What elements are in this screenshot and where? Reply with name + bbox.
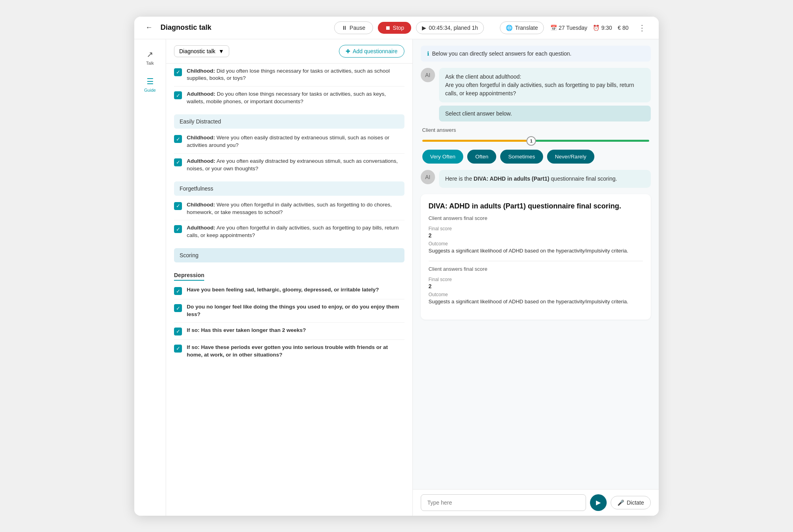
avatar-scoring: AI — [421, 170, 435, 184]
question-text-9: If so: Has this ever taken longer than 2… — [187, 327, 306, 334]
checkbox-10[interactable] — [174, 345, 182, 353]
calendar-icon: 📅 — [550, 25, 557, 31]
answer-often[interactable]: Often — [467, 150, 496, 164]
section-header-easily-distracted: Easily Distracted — [174, 114, 404, 129]
scoring-subtitle-1: Client answers final score — [429, 215, 643, 221]
progress-marker: 1 — [526, 136, 536, 146]
client-answers-section: Client answers 1 Very Often Often Someti… — [421, 127, 651, 164]
chat-bubble: Ask the client about adulthood:Are you o… — [439, 68, 651, 102]
outcome-label-2: Outcome — [429, 292, 643, 297]
score-value-1: 2 — [429, 232, 643, 239]
left-panel: Diagnostic talk ▼ ✚ Add questionnaire Ch… — [166, 39, 413, 516]
avatar-scoring-initials: AI — [425, 174, 430, 180]
question-item: Childhood: Were you often easily distrac… — [174, 130, 404, 154]
stop-button[interactable]: ⏹ Stop — [378, 22, 412, 34]
avatar-initials: AI — [425, 72, 430, 78]
checkbox-6[interactable] — [174, 225, 182, 233]
stop-icon: ⏹ — [385, 25, 391, 31]
chat-bubble-text: Ask the client about adulthood:Are you o… — [445, 73, 634, 96]
scoring-card: DIVA: ADHD in adults (Part1) questionnai… — [421, 194, 651, 320]
question-text-4: Adulthood: Are you often easily distract… — [187, 158, 404, 173]
time-display: ⏰ 9:30 — [593, 25, 612, 31]
checkbox-8[interactable] — [174, 304, 182, 312]
timer-badge: ▶ 00:45:34, planed 1h — [416, 21, 484, 34]
page-title: Diagnostic talk — [161, 23, 211, 32]
translate-button[interactable]: 🌐 Translate — [500, 21, 544, 34]
question-text-7: Have you been feeling sad, lethargic, gl… — [187, 286, 379, 294]
pause-button[interactable]: ⏸ Pause — [334, 21, 373, 34]
score-block-1: Final score 2 Outcome Suggests a signifi… — [429, 226, 643, 254]
translate-icon: 🌐 — [506, 25, 513, 31]
outcome-text-1: Suggests a significant likelihood of ADH… — [429, 247, 643, 254]
question-item: Adulthood: Are you often easily distract… — [174, 154, 404, 177]
question-item: Childhood: Did you often lose things nec… — [174, 64, 404, 87]
question-text-8: Do you no longer feel like doing the thi… — [187, 303, 404, 318]
clock-icon: ⏰ — [593, 25, 600, 31]
checkbox-4[interactable] — [174, 158, 182, 166]
answer-buttons: Very Often Often Sometimes Never/Rarely — [422, 150, 650, 164]
left-panel-header: Diagnostic talk ▼ ✚ Add questionnaire — [166, 39, 412, 64]
section-block-3: Forgetfulness Childhood: Were you often … — [174, 181, 404, 244]
scoring-chat-bubble: Here is the DIVA: ADHD in adults (Part1)… — [439, 170, 651, 188]
chevron-down-icon: ▼ — [219, 48, 224, 54]
score-block-2: Final score 2 Outcome Suggests a signifi… — [429, 277, 643, 305]
send-icon: ▶ — [596, 499, 601, 506]
play-icon: ▶ — [422, 25, 426, 31]
euro-icon: € — [618, 25, 621, 31]
type-input[interactable] — [421, 494, 586, 511]
scoring-title: DIVA: ADHD in adults (Part1) questionnai… — [429, 202, 643, 210]
send-button[interactable]: ▶ — [590, 494, 607, 511]
section-header-forgetfulness: Forgetfulness — [174, 181, 404, 196]
header: ← Diagnostic talk ⏸ Pause ⏹ Stop ▶ 00:45… — [134, 17, 659, 39]
question-text-6: Adulthood: Are you often forgetful in da… — [187, 224, 404, 239]
left-panel-content: Childhood: Did you often lose things nec… — [166, 64, 412, 516]
question-item: If so: Has this ever taken longer than 2… — [174, 323, 404, 340]
question-text-3: Childhood: Were you often easily distrac… — [187, 134, 404, 149]
question-item: If so: Have these periods ever gotten yo… — [174, 340, 404, 363]
score-value-2: 2 — [429, 283, 643, 289]
date-display: 📅 27 Tuesday — [550, 25, 587, 31]
answer-never-rarely[interactable]: Never/Rarely — [547, 150, 594, 164]
pause-icon: ⏸ — [342, 25, 347, 31]
checkbox-7[interactable] — [174, 287, 182, 295]
right-panel: ℹ Below you can directly select answers … — [413, 39, 659, 516]
header-right: 🌐 Translate 📅 27 Tuesday ⏰ 9:30 € 80 ⋮ — [500, 21, 649, 34]
dropdown-select[interactable]: Diagnostic talk ▼ — [174, 45, 229, 57]
header-meta: 📅 27 Tuesday ⏰ 9:30 € 80 — [550, 25, 629, 31]
section-block-depression: Depression Have you been feeling sad, le… — [174, 264, 404, 363]
main-layout: ↗ Talk ☰ Guide Diagnostic talk ▼ ✚ Add q… — [134, 39, 659, 516]
chat-bubble-wrapper: AI Ask the client about adulthood:Are yo… — [421, 68, 651, 121]
answer-very-often[interactable]: Very Often — [422, 150, 464, 164]
section-block-1: Childhood: Did you often lose things nec… — [174, 64, 404, 110]
question-item: Adulthood: Do you often lose things nece… — [174, 87, 404, 110]
question-item: Have you been feeling sad, lethargic, gl… — [174, 282, 404, 299]
score-label-1: Final score — [429, 226, 643, 231]
checkbox-9[interactable] — [174, 328, 182, 335]
sidebar: ↗ Talk ☰ Guide — [134, 39, 166, 516]
avatar: AI — [421, 68, 435, 82]
progress-green — [536, 140, 649, 142]
more-button[interactable]: ⋮ — [635, 21, 649, 34]
outcome-label-1: Outcome — [429, 241, 643, 247]
answer-sometimes[interactable]: Sometimes — [500, 150, 543, 164]
sub-section-depression: Depression — [174, 267, 204, 281]
sidebar-item-guide[interactable]: ☰ Guide — [134, 73, 166, 96]
talk-icon: ↗ — [147, 50, 153, 59]
sidebar-item-talk[interactable]: ↗ Talk — [134, 46, 166, 69]
question-text-5: Childhood: Were you often forgetful in d… — [187, 201, 404, 216]
info-banner: ℹ Below you can directly select answers … — [421, 46, 651, 62]
checkbox-3[interactable] — [174, 135, 182, 143]
checkbox-5[interactable] — [174, 202, 182, 210]
dictate-button[interactable]: 🎤 Dictate — [611, 496, 651, 509]
bottom-bar: ▶ 🎤 Dictate — [413, 489, 659, 516]
checkbox-1[interactable] — [174, 68, 182, 76]
right-panel-content: ℹ Below you can directly select answers … — [413, 39, 659, 489]
add-questionnaire-button[interactable]: ✚ Add questionnaire — [339, 45, 404, 58]
score-label-2: Final score — [429, 277, 643, 282]
question-item: Do you no longer feel like doing the thi… — [174, 299, 404, 323]
back-button[interactable]: ← — [144, 22, 154, 33]
scoring-subtitle-2: Client answers final score — [429, 266, 643, 272]
divider — [429, 261, 643, 261]
scoring-chat-wrapper: AI Here is the DIVA: ADHD in adults (Par… — [421, 170, 651, 188]
checkbox-2[interactable] — [174, 91, 182, 99]
